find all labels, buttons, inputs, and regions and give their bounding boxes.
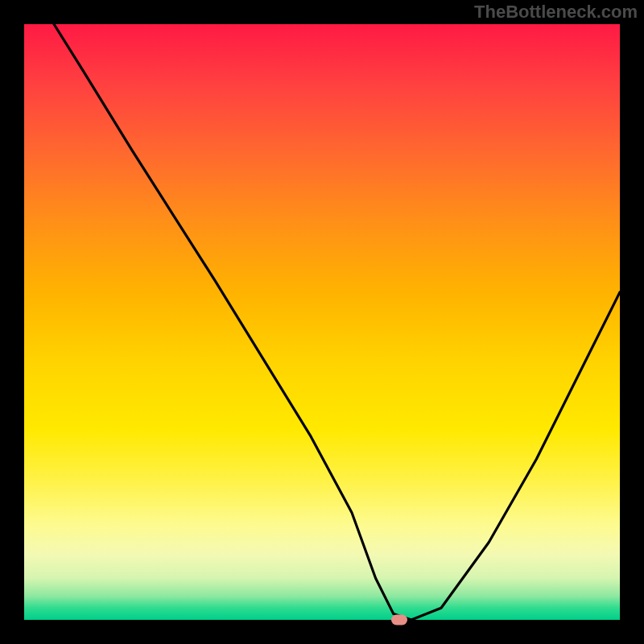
bottleneck-curve	[24, 24, 620, 620]
current-config-marker	[391, 615, 407, 625]
watermark-text: TheBottleneck.com	[474, 2, 638, 23]
chart-frame: TheBottleneck.com	[0, 0, 644, 644]
plot-area	[24, 24, 620, 620]
